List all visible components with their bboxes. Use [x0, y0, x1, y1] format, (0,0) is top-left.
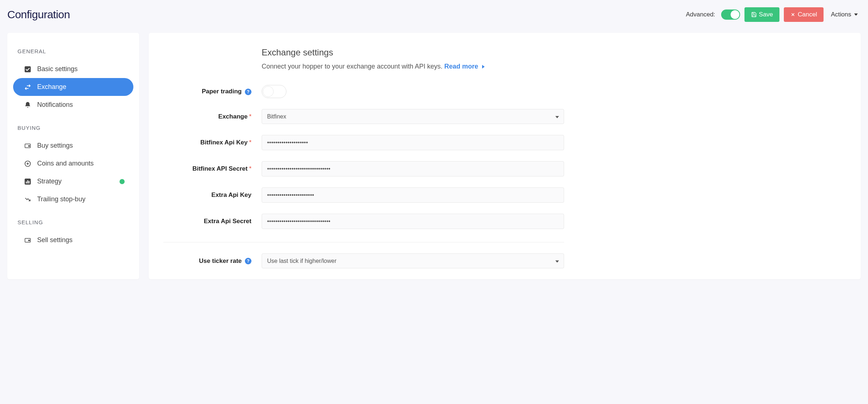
plus-circle-icon	[24, 160, 31, 167]
chevron-right-icon	[482, 65, 485, 69]
label-text: Paper trading	[202, 88, 242, 95]
read-more-label: Read more	[444, 63, 478, 70]
wallet-in-icon	[24, 142, 31, 149]
page-title: Configuration	[7, 8, 70, 21]
api-secret-input[interactable]	[262, 161, 564, 176]
svg-rect-2	[25, 66, 31, 72]
required-mark: *	[249, 139, 251, 146]
ticker-rate-label: Use ticker rate ?	[163, 257, 262, 265]
api-key-label: Bitfinex Api Key*	[163, 139, 262, 146]
swap-horizontal-icon	[24, 83, 31, 91]
sidebar-header-general: GENERAL	[7, 44, 139, 60]
sidebar-item-notifications[interactable]: Notifications	[13, 96, 133, 114]
advanced-toggle[interactable]	[721, 9, 740, 20]
save-icon	[751, 12, 757, 18]
sidebar-item-coins-amounts[interactable]: Coins and amounts	[13, 155, 133, 172]
extra-api-secret-label: Extra Api Secret	[163, 218, 262, 225]
api-secret-label: Bitfinex API Secret*	[163, 165, 262, 172]
help-icon[interactable]: ?	[245, 89, 251, 95]
svg-rect-9	[26, 182, 27, 183]
paper-trading-label: Paper trading ?	[163, 88, 262, 95]
sidebar-item-strategy[interactable]: Strategy	[13, 172, 133, 190]
bar-chart-icon	[24, 178, 31, 185]
sidebar-item-label: Sell settings	[37, 236, 73, 244]
required-mark: *	[249, 113, 251, 120]
save-button[interactable]: Save	[744, 7, 780, 22]
sidebar-item-label: Coins and amounts	[37, 160, 94, 167]
sidebar-header-buying: BUYING	[7, 120, 139, 137]
sidebar-item-label: Trailing stop-buy	[37, 195, 85, 203]
sidebar-item-sell-settings[interactable]: Sell settings	[13, 231, 133, 249]
cancel-button[interactable]: Cancel	[784, 7, 824, 22]
sidebar: GENERAL Basic settings Exchange Notifica…	[7, 33, 139, 279]
section-description-text: Connect your hopper to your exchange acc…	[262, 63, 442, 70]
toggle-knob	[263, 86, 274, 97]
main-content: Exchange settings Connect your hopper to…	[149, 33, 861, 279]
paper-trading-toggle[interactable]	[262, 85, 286, 98]
svg-rect-13	[28, 240, 30, 241]
sidebar-item-label: Strategy	[37, 178, 62, 185]
read-more-link[interactable]: Read more	[444, 63, 485, 70]
save-label: Save	[759, 11, 773, 18]
ticker-rate-select[interactable]: Use last tick if higher/lower	[262, 253, 564, 268]
sidebar-item-basic-settings[interactable]: Basic settings	[13, 60, 133, 78]
sidebar-item-exchange[interactable]: Exchange	[13, 78, 133, 96]
extra-api-key-label: Extra Api Key	[163, 191, 262, 199]
wallet-out-icon	[24, 237, 31, 244]
cancel-label: Cancel	[798, 11, 817, 18]
help-icon[interactable]: ?	[245, 258, 251, 264]
sidebar-item-label: Buy settings	[37, 142, 73, 149]
label-text: Extra Api Key	[211, 191, 251, 198]
exchange-select[interactable]: Bitfinex	[262, 109, 564, 124]
actions-label: Actions	[831, 11, 851, 18]
label-text: Use ticker rate	[199, 257, 242, 264]
label-text: Bitfinex Api Key	[200, 139, 248, 146]
close-icon	[790, 12, 795, 17]
extra-api-secret-input[interactable]	[262, 214, 564, 229]
svg-rect-11	[29, 181, 30, 183]
extra-api-key-input[interactable]	[262, 187, 564, 203]
bell-icon	[24, 101, 31, 109]
api-key-input[interactable]	[262, 135, 564, 150]
section-title: Exchange settings	[262, 47, 564, 58]
chevron-down-icon	[854, 13, 858, 16]
label-text: Extra Api Secret	[204, 218, 251, 225]
label-text: Exchange	[218, 113, 247, 120]
sidebar-item-trailing-stop-buy[interactable]: Trailing stop-buy	[13, 190, 133, 208]
actions-dropdown[interactable]: Actions	[828, 7, 861, 22]
advanced-label: Advanced:	[686, 11, 715, 18]
svg-rect-4	[28, 145, 30, 147]
trending-down-icon	[24, 196, 31, 203]
required-mark: *	[249, 165, 251, 172]
svg-rect-10	[27, 180, 28, 183]
status-dot	[120, 179, 125, 184]
divider	[163, 242, 564, 242]
toggle-knob	[731, 10, 739, 19]
sidebar-item-label: Basic settings	[37, 65, 78, 73]
section-description: Connect your hopper to your exchange acc…	[262, 63, 564, 70]
sidebar-item-buy-settings[interactable]: Buy settings	[13, 137, 133, 155]
exchange-label: Exchange*	[163, 113, 262, 120]
sidebar-item-label: Notifications	[37, 101, 73, 109]
header-actions: Advanced: Save Cancel Actions	[686, 7, 861, 22]
sidebar-header-selling: SELLING	[7, 215, 139, 231]
checkbox-checked-icon	[24, 66, 31, 73]
label-text: Bitfinex API Secret	[192, 165, 247, 172]
sidebar-item-label: Exchange	[37, 83, 66, 91]
